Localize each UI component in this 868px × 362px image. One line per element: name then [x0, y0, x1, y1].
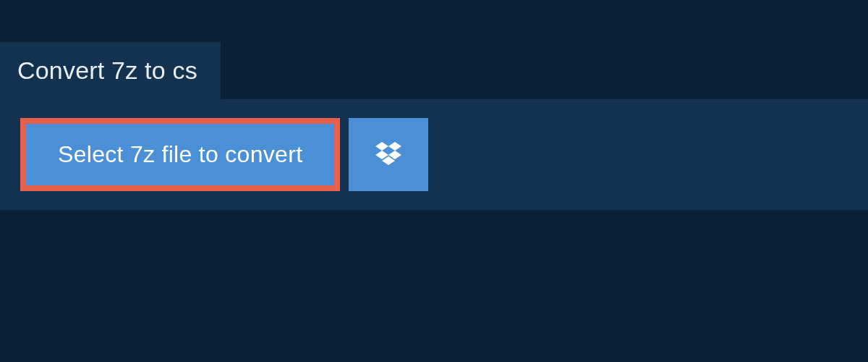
tab-label: Convert 7z to cs — [17, 56, 197, 84]
convert-panel: Select 7z file to convert — [0, 99, 868, 210]
dropbox-button[interactable] — [349, 118, 428, 191]
select-file-button[interactable]: Select 7z file to convert — [20, 118, 340, 191]
tab-convert[interactable]: Convert 7z to cs — [0, 42, 221, 99]
dropbox-icon — [374, 140, 403, 169]
button-row: Select 7z file to convert — [20, 118, 848, 191]
select-file-label: Select 7z file to convert — [58, 141, 302, 168]
